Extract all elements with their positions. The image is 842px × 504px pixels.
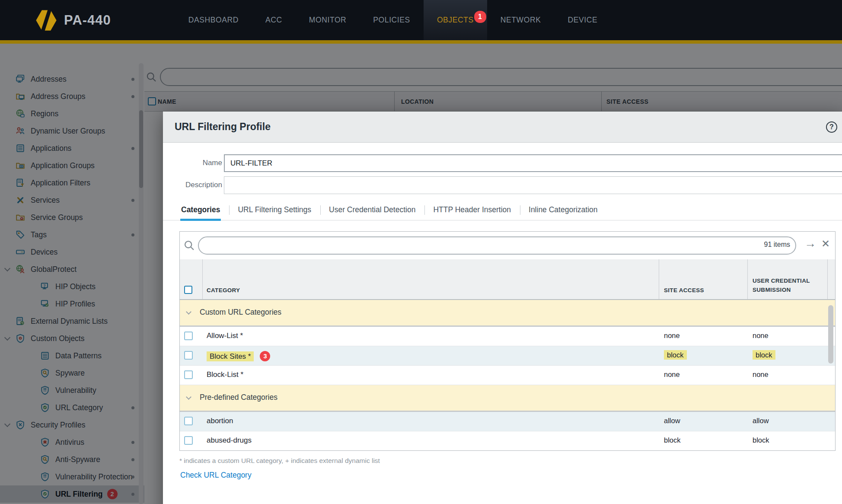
dialog-tabs: Categories URL Filtering Settings User C… — [163, 200, 842, 220]
row-checkbox[interactable] — [184, 417, 193, 425]
description-label: Description — [163, 181, 222, 189]
column-divider — [747, 259, 748, 299]
search-icon — [183, 239, 195, 253]
apply-filter-arrow-icon[interactable]: → — [804, 237, 816, 250]
page-content: Addresses Address Groups Regions — [0, 44, 842, 504]
column-divider — [827, 259, 828, 299]
accent-bar — [0, 40, 842, 44]
description-field-row: Description — [163, 176, 842, 194]
table-scrollbar-thumb[interactable] — [828, 305, 833, 364]
nav-item-monitor[interactable]: MONITOR — [296, 0, 360, 40]
description-input[interactable] — [224, 176, 842, 194]
name-label: Name — [163, 159, 222, 167]
column-site-access[interactable]: SITE ACCESS — [664, 287, 704, 293]
tab-url-filtering-settings[interactable]: URL Filtering Settings — [229, 200, 312, 220]
chevron-down-icon[interactable] — [186, 394, 191, 400]
nav-menu: DASHBOARD ACC MONITOR POLICIES OBJECTS 1 — [175, 0, 611, 40]
select-all-categories-checkbox[interactable] — [184, 286, 192, 294]
nav-item-device[interactable]: DEVICE — [554, 0, 611, 40]
category-table-body: Custom URL Categories Allow-List * none … — [180, 300, 835, 451]
row-checkbox[interactable] — [184, 351, 193, 360]
column-user-credential-submission[interactable]: USER CREDENTIAL SUBMISSION — [753, 277, 820, 295]
row-checkbox[interactable] — [184, 370, 193, 379]
url-filtering-profile-dialog: URL Filtering Profile ? Name URL-FILTER … — [163, 112, 842, 504]
nav-item-objects[interactable]: OBJECTS 1 — [424, 0, 487, 40]
row-custom-url-categories[interactable]: Custom URL Categories — [180, 300, 835, 327]
category-search-row: 91 items → ✕ — [180, 232, 835, 259]
tab-categories[interactable]: Categories — [180, 200, 221, 220]
tab-http-header-insertion[interactable]: HTTP Header Insertion — [424, 200, 512, 220]
dialog-header: URL Filtering Profile ? — [163, 112, 842, 143]
clear-filter-icon[interactable]: ✕ — [821, 238, 830, 250]
device-model: PA-440 — [64, 13, 111, 28]
row-abortion[interactable]: abortion allow allow — [180, 412, 835, 431]
row-checkbox[interactable] — [184, 436, 193, 445]
category-search-input[interactable] — [198, 236, 796, 255]
row-checkbox[interactable] — [184, 332, 193, 340]
footnote: * indicates a custom URL category, + ind… — [179, 457, 380, 465]
name-field-row: Name URL-FILTER — [163, 154, 842, 172]
check-url-category-link[interactable]: Check URL Category — [180, 471, 252, 480]
top-nav: PA-440 DASHBOARD ACC MONITOR POLICIES — [0, 0, 842, 40]
help-icon[interactable]: ? — [826, 121, 837, 133]
column-divider — [202, 259, 203, 299]
items-count: 91 items — [764, 241, 790, 249]
paloalto-logo — [35, 9, 58, 32]
row-block-list[interactable]: Block-List * none none — [180, 366, 835, 385]
tab-user-credential-detection[interactable]: User Credential Detection — [320, 200, 416, 220]
nav-item-acc[interactable]: ACC — [252, 0, 296, 40]
nav-item-policies[interactable]: POLICIES — [360, 0, 424, 40]
step-badge-3: 3 — [260, 351, 270, 361]
category-table-header: CATEGORY SITE ACCESS USER CREDENTIAL SUB… — [180, 259, 835, 300]
dialog-title: URL Filtering Profile — [175, 121, 271, 133]
nav-item-dashboard[interactable]: DASHBOARD — [175, 0, 252, 40]
brand: PA-440 — [35, 9, 111, 32]
row-abused-drugs[interactable]: abused-drugs block block — [180, 431, 835, 451]
name-input[interactable]: URL-FILTER — [224, 154, 842, 172]
row-block-sites[interactable]: Block Sites *3 block block — [180, 346, 835, 366]
step-badge-1: 1 — [474, 11, 486, 23]
categories-panel: 91 items → ✕ CATEGORY SITE ACCESS USER C… — [179, 231, 836, 451]
column-category[interactable]: CATEGORY — [207, 287, 240, 293]
column-divider — [659, 259, 659, 299]
row-pre-defined-categories[interactable]: Pre-defined Categories — [180, 385, 835, 412]
row-allow-list[interactable]: Allow-List * none none — [180, 327, 835, 346]
nav-item-network[interactable]: NETWORK — [487, 0, 555, 40]
chevron-down-icon[interactable] — [186, 309, 191, 315]
tab-inline-categorization[interactable]: Inline Categorization — [520, 200, 599, 220]
